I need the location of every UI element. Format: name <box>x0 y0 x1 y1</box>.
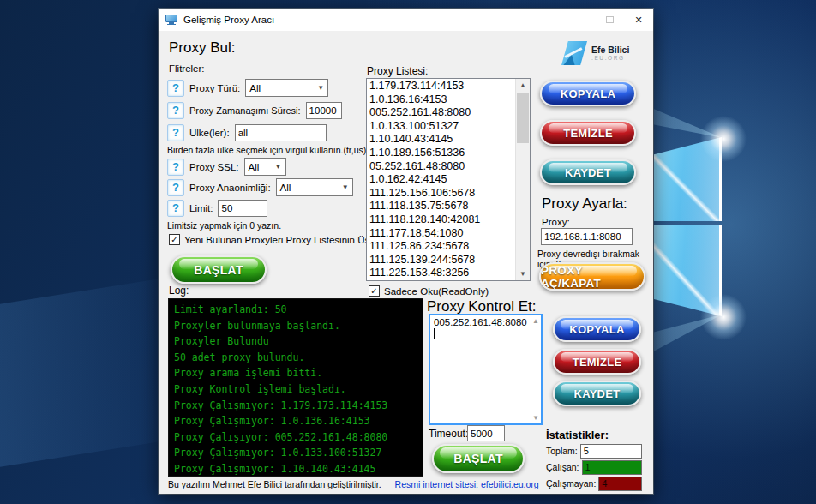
scroll-up-icon[interactable]: ▲ <box>532 317 539 325</box>
check-timeout-input[interactable] <box>467 425 505 441</box>
proxy-type-select[interactable]: All ▼ <box>245 79 328 97</box>
proxy-set-heading: Proxy Ayarla: <box>542 195 627 213</box>
proxy-type-value: All <box>249 83 261 93</box>
scroll-up-icon[interactable]: ▲ <box>516 79 530 92</box>
close-button[interactable]: ✕ <box>624 9 653 31</box>
help-icon[interactable]: ? <box>167 200 184 217</box>
log-line: Proxy Çalışmıyor: 1.179.173.114:4153 <box>174 398 417 414</box>
status-bar: Bu yazılım Mehmet Efe Bilici tarafından … <box>168 479 539 489</box>
proxy-timeout-label: Proxy Zamanaşımı Süresi: <box>189 105 301 116</box>
proxy-ssl-value: All <box>249 162 260 172</box>
checkbox-checked-icon[interactable]: ✓ <box>369 285 380 297</box>
stat-total-row: Toplam: 5 <box>546 443 642 459</box>
stat-working-label: Çalışan: <box>546 462 579 472</box>
proxy-list-item[interactable]: 111.125.86.234:5678 <box>367 240 515 254</box>
credit-text: Bu yazılım Mehmet Efe Bilici tarafından … <box>168 479 381 489</box>
limit-note: Limitsiz yapmak için 0 yazın. <box>167 220 281 231</box>
proxy-list-item[interactable]: 111.225.153.48:3256 <box>367 267 515 280</box>
proxy-address-label: Proxy: <box>542 217 570 227</box>
proxy-ssl-select[interactable]: All ▼ <box>244 158 286 176</box>
stat-notworking-label: Çalışmayan: <box>546 478 596 489</box>
log-line: 50 adet proxy bulundu. <box>174 350 417 366</box>
country-label: Ülke(ler): <box>189 128 230 138</box>
stat-notworking-value: 4 <box>598 477 642 491</box>
stat-working-value: 1 <box>582 460 642 475</box>
check-save-button[interactable]: KAYDET <box>553 381 641 406</box>
proxy-anonymity-value: All <box>280 183 291 193</box>
proxy-check-value: 005.252.161.48:8080 <box>434 317 537 327</box>
find-start-button[interactable]: BAŞLAT <box>171 255 267 284</box>
scroll-down-icon[interactable]: ▼ <box>516 267 530 280</box>
stat-notworking-row: Çalışmayan: 4 <box>546 476 642 491</box>
maximize-button[interactable] <box>595 9 624 31</box>
brand-domain: .EU.ORG <box>591 55 629 62</box>
website-link[interactable]: Resmi internet sitesi: efebilici.eu.org <box>395 479 539 489</box>
proxy-list-item[interactable]: 111.125.139.244:5678 <box>367 254 515 267</box>
proxy-toggle-button[interactable]: PROXY AÇ/KAPAT <box>539 262 645 291</box>
window-title: Gelişmiş Proxy Aracı <box>183 15 566 25</box>
proxy-list-item[interactable]: 111.177.18.54:1080 <box>367 227 515 241</box>
proxy-address-input[interactable] <box>541 228 633 245</box>
filter-row-timeout: ? Proxy Zamanaşımı Süresi: <box>167 101 342 119</box>
proxy-list-item[interactable]: 1.10.140.43:4145 <box>367 133 515 147</box>
log-line: Proxy Çalışmıyor: 1.10.140.43:4145 <box>174 461 417 477</box>
log-label: Log: <box>169 285 189 297</box>
help-icon[interactable]: ? <box>167 80 184 97</box>
check-start-button[interactable]: BAŞLAT <box>432 444 525 473</box>
scroll-down-icon[interactable]: ▼ <box>532 414 539 422</box>
list-clear-button[interactable]: TEMİZLE <box>540 120 636 146</box>
filters-label: Flitreler: <box>169 63 205 74</box>
proxy-list-item[interactable]: 1.0.136.16:4153 <box>367 93 515 107</box>
proxy-check-input[interactable]: 005.252.161.48:8080 ▲ ▼ <box>429 314 543 425</box>
check-clear-button[interactable]: TEMİZLE <box>553 349 641 375</box>
wallpaper-beam <box>0 279 159 466</box>
help-icon[interactable]: ? <box>167 102 184 119</box>
brand-logo-icon <box>561 41 587 65</box>
proxy-list-item[interactable]: 1.179.173.114:4153 <box>367 80 515 93</box>
proxy-timeout-input[interactable] <box>306 102 342 119</box>
app-icon <box>165 14 178 26</box>
readonly-checkbox[interactable]: ✓ Sadece Oku(ReadOnly) <box>369 285 489 297</box>
scrollbar-thumb[interactable] <box>517 93 529 143</box>
filter-row-anonymity: ? Proxy Anaonimliği: All ▼ <box>167 178 353 196</box>
proxy-list-item[interactable]: 111.125.156.106:5678 <box>367 187 515 201</box>
help-icon[interactable]: ? <box>167 124 184 141</box>
wallpaper-flare <box>699 115 747 163</box>
log-line: Limit ayarlandı: 50 <box>174 302 417 318</box>
list-copy-button[interactable]: KOPYALA <box>540 81 636 106</box>
stat-total-label: Toplam: <box>546 446 578 456</box>
log-line: Proxyler Bulundu <box>174 333 417 350</box>
proxy-anonymity-select[interactable]: All ▼ <box>276 178 353 196</box>
checkbox-checked-icon[interactable]: ✓ <box>169 234 180 245</box>
log-line: Proxy Çalışmıyor: 1.0.133.100:51327 <box>174 445 417 461</box>
list-save-button[interactable]: KAYDET <box>540 159 636 185</box>
filter-row-type: ? Proxy Türü: All ▼ <box>167 79 328 97</box>
log-line: Proxy arama işlemi bitti. <box>174 365 417 381</box>
wallpaper-flare <box>699 293 747 341</box>
proxy-list-item[interactable]: 111.118.128.140:42081 <box>367 213 515 227</box>
country-input[interactable] <box>235 124 327 141</box>
proxy-list-item[interactable]: 005.252.161.48:8080 <box>367 106 515 120</box>
proxy-list-item[interactable]: 1.0.162.42:4145 <box>367 173 515 187</box>
stats-heading: İstatistikler: <box>546 429 609 441</box>
proxy-list-item[interactable]: 111.118.135.75:5678 <box>367 200 515 213</box>
text-cursor <box>434 328 435 339</box>
limit-input[interactable] <box>218 200 267 217</box>
minimize-button[interactable]: – <box>566 9 595 31</box>
stat-total-value: 5 <box>580 444 642 459</box>
proxy-list-item[interactable]: 05.252.161.48:8080 <box>367 160 515 174</box>
log-line: Proxy Kontrol işlemi başladı. <box>174 381 417 398</box>
help-icon[interactable]: ? <box>167 179 184 196</box>
proxy-list-item[interactable]: 1.0.133.100:51327 <box>367 120 515 134</box>
proxy-list-item[interactable]: 1.10.189.156:51336 <box>367 147 515 160</box>
country-note: Birden fazla ülke seçmek için virgül kul… <box>167 145 366 155</box>
help-icon[interactable]: ? <box>167 159 184 176</box>
filter-row-ssl: ? Proxy SSL: All ▼ <box>167 158 286 176</box>
limit-label: Limit: <box>189 203 213 213</box>
proxy-list-label: Proxy Listesi: <box>367 65 428 77</box>
proxy-listbox[interactable]: 1.179.173.114:41531.0.136.16:4153005.252… <box>366 78 531 281</box>
brand-logo: Efe Bilici .EU.ORG <box>561 41 629 65</box>
maximize-icon <box>606 16 614 23</box>
proxy-list-scrollbar[interactable]: ▲ ▼ <box>515 79 530 280</box>
check-copy-button[interactable]: KOPYALA <box>553 316 641 342</box>
